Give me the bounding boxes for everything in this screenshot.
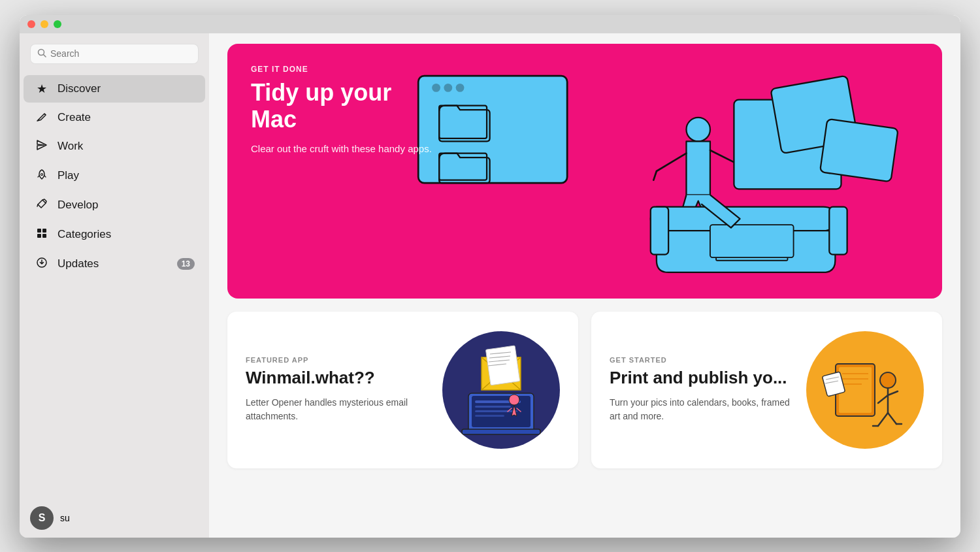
- sidebar-item-work[interactable]: Work: [24, 133, 205, 161]
- featured-app-tag: FEATURED APP: [246, 356, 432, 364]
- cards-row: FEATURED APP Winmail.what?? Letter Opene…: [227, 312, 942, 468]
- svg-rect-19: [829, 206, 847, 254]
- search-bar[interactable]: [30, 44, 199, 64]
- svg-rect-5: [37, 234, 41, 238]
- featured-app-card[interactable]: FEATURED APP Winmail.what?? Letter Opene…: [227, 312, 578, 468]
- sidebar-item-label-play: Play: [57, 169, 79, 182]
- svg-rect-21: [710, 225, 793, 257]
- hero-tag: GET IT DONE: [251, 65, 434, 74]
- sidebar: ★ Discover Create: [20, 15, 209, 538]
- get-started-text: GET STARTED Print and publish yo... Turn…: [610, 356, 796, 423]
- sidebar-item-discover[interactable]: ★ Discover: [24, 75, 205, 103]
- svg-rect-26: [475, 406, 511, 408]
- svg-point-11: [455, 83, 464, 91]
- sidebar-item-create[interactable]: Create: [24, 104, 205, 131]
- svg-rect-17: [819, 118, 898, 181]
- username-label: su: [60, 513, 70, 523]
- search-icon: [37, 48, 46, 59]
- pencil-icon: [34, 110, 50, 125]
- star-icon: ★: [34, 82, 50, 96]
- close-button[interactable]: [27, 20, 35, 28]
- sidebar-item-categories[interactable]: Categories: [24, 221, 205, 249]
- svg-point-34: [509, 395, 519, 405]
- svg-rect-8: [418, 76, 567, 183]
- svg-line-1: [44, 54, 46, 57]
- search-input[interactable]: [50, 48, 191, 59]
- get-started-card[interactable]: GET STARTED Print and publish yo... Turn…: [591, 312, 942, 468]
- featured-app-desc: Letter Opener handles mysterious email a…: [246, 396, 432, 423]
- svg-point-10: [444, 83, 452, 91]
- categories-icon: [34, 227, 50, 242]
- svg-rect-27: [475, 410, 517, 412]
- svg-rect-28: [475, 415, 504, 417]
- svg-point-40: [880, 372, 896, 388]
- get-started-desc: Turn your pics into calendars, books, fr…: [610, 396, 796, 423]
- download-icon: [34, 257, 50, 272]
- sidebar-item-label-work: Work: [57, 140, 83, 153]
- hero-description: Clear out the cruft with these handy app…: [251, 142, 434, 155]
- sidebar-item-develop[interactable]: Develop: [24, 191, 205, 219]
- sidebar-item-label-create: Create: [57, 111, 91, 124]
- svg-rect-4: [42, 229, 46, 233]
- sidebar-item-label-updates: Updates: [57, 257, 99, 270]
- titlebar: [20, 15, 960, 33]
- svg-rect-23: [462, 429, 540, 434]
- updates-badge: 13: [177, 258, 195, 270]
- svg-rect-6: [42, 234, 46, 238]
- sidebar-footer: S su: [20, 498, 209, 538]
- hero-text: GET IT DONE Tidy up your Mac Clear out t…: [251, 65, 434, 156]
- minimize-button[interactable]: [41, 20, 48, 28]
- maximize-button[interactable]: [54, 20, 61, 28]
- sidebar-item-label-discover: Discover: [57, 82, 101, 95]
- featured-app-image: [442, 331, 560, 449]
- featured-app-text: FEATURED APP Winmail.what?? Letter Opene…: [246, 356, 432, 423]
- sidebar-item-label-categories: Categories: [57, 228, 111, 241]
- svg-rect-18: [650, 206, 668, 254]
- svg-rect-3: [37, 229, 41, 233]
- main-content: GET IT DONE Tidy up your Mac Clear out t…: [209, 15, 960, 538]
- avatar[interactable]: S: [30, 506, 54, 530]
- sidebar-item-updates[interactable]: Updates 13: [24, 250, 205, 278]
- featured-app-title: Winmail.what??: [246, 368, 432, 388]
- nav-items: ★ Discover Create: [20, 74, 209, 498]
- sidebar-item-label-develop: Develop: [57, 199, 98, 212]
- svg-point-2: [41, 173, 43, 175]
- sidebar-item-play[interactable]: Play: [24, 162, 205, 190]
- get-started-image: [806, 331, 924, 449]
- hammer-icon: [34, 198, 50, 213]
- get-started-tag: GET STARTED: [610, 356, 796, 364]
- hero-illustration: [406, 44, 943, 299]
- app-window: ★ Discover Create: [20, 15, 960, 538]
- rocket-icon: [34, 169, 50, 184]
- get-started-title: Print and publish yo...: [610, 368, 796, 388]
- hero-title: Tidy up your Mac: [251, 79, 434, 133]
- hero-banner[interactable]: GET IT DONE Tidy up your Mac Clear out t…: [227, 44, 942, 299]
- paper-plane-icon: [34, 139, 50, 154]
- svg-point-14: [686, 117, 710, 140]
